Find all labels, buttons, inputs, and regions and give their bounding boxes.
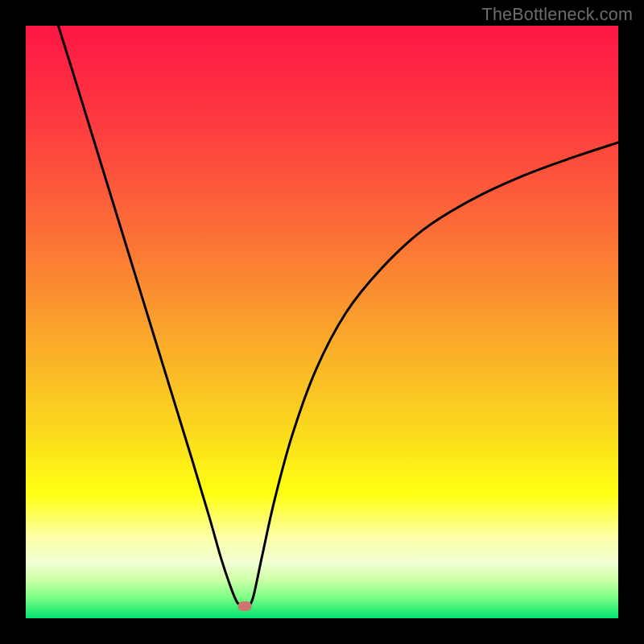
watermark-label: TheBottleneck.com bbox=[482, 5, 633, 25]
optimal-point-marker bbox=[238, 601, 252, 611]
chart-frame: TheBottleneck.com bbox=[0, 0, 644, 644]
plot-area bbox=[26, 26, 618, 618]
bottleneck-curve bbox=[26, 26, 618, 618]
